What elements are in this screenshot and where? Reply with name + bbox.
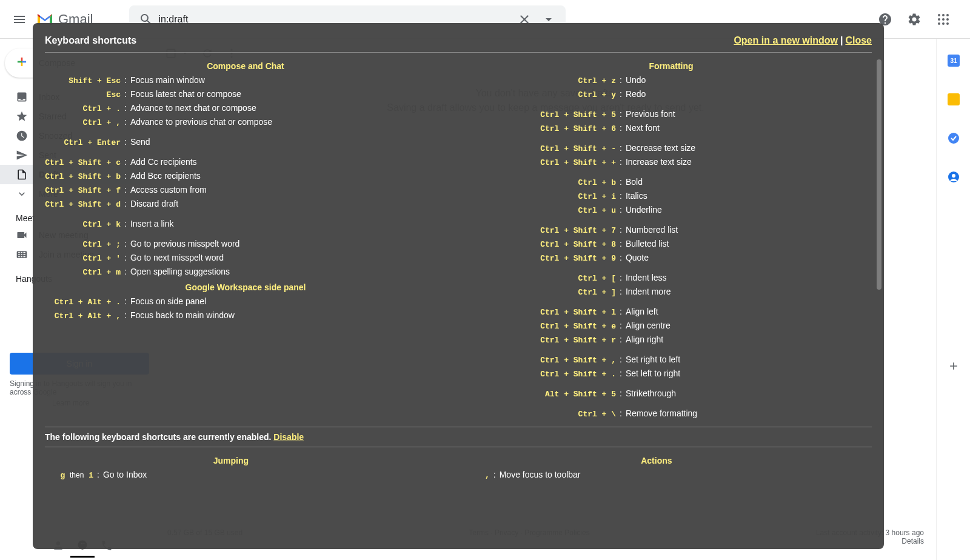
shortcut-row: Ctrl + Shift + -:Decrease text size <box>470 141 872 155</box>
shortcut-desc: Insert a link <box>130 218 174 230</box>
shortcut-row: Ctrl + i:Italics <box>470 189 872 203</box>
calendar-app-button[interactable]: 31 <box>942 48 966 73</box>
star-icon <box>16 110 28 122</box>
disable-link[interactable]: Disable <box>273 432 304 442</box>
shortcut-desc: Set right to left <box>626 353 680 365</box>
shortcut-row: Ctrl + ]:Indent more <box>470 285 872 299</box>
shortcut-desc: Numbered list <box>626 224 678 236</box>
shortcut-keys: Ctrl + [ <box>470 273 616 285</box>
shortcut-desc: Move focus to toolbar <box>500 468 581 481</box>
contacts-app-button[interactable] <box>942 165 966 189</box>
shortcut-row: Ctrl + Shift + b:Add Bcc recipients <box>45 169 446 183</box>
shortcut-row: Ctrl + [:Indent less <box>470 271 872 285</box>
shortcut-desc: Redo <box>626 88 646 100</box>
shortcut-keys: Ctrl + i <box>470 191 616 203</box>
svg-text:31: 31 <box>950 58 957 64</box>
shortcut-row: Ctrl + m:Open spelling suggestions <box>45 265 446 279</box>
down-icon <box>16 188 28 200</box>
side-panel: 31 <box>936 39 970 560</box>
apps-button[interactable] <box>931 7 955 32</box>
svg-point-16 <box>948 133 959 144</box>
shortcut-keys: Ctrl + Shift + 7 <box>470 225 616 237</box>
tasks-app-button[interactable] <box>942 126 966 150</box>
shortcut-keys: Ctrl + k <box>45 219 121 231</box>
shortcut-row: Ctrl + Alt + .:Focus on side panel <box>45 295 446 308</box>
svg-point-2 <box>946 14 949 16</box>
shortcut-keys: Ctrl + Shift + f <box>45 185 121 197</box>
shortcut-keys: Ctrl + b <box>470 177 616 189</box>
shortcut-row: Ctrl + Shift + e:Align centre <box>470 319 872 333</box>
shortcut-row: Ctrl + y:Redo <box>470 87 872 101</box>
shortcut-row: Ctrl + u:Underline <box>470 203 872 217</box>
shortcut-row: ,:Move focus to toolbar <box>441 468 872 482</box>
shortcut-desc: Previous font <box>626 108 675 120</box>
add-addon-button[interactable] <box>942 354 966 378</box>
shortcut-keys: Ctrl + Shift + , <box>470 355 616 367</box>
shortcut-keys: Ctrl + Shift + 9 <box>470 253 616 265</box>
shortcut-desc: Align left <box>626 305 658 318</box>
apps-icon <box>936 12 951 27</box>
shortcut-desc: Advance to previous chat or compose <box>130 116 272 128</box>
header-right <box>873 7 965 32</box>
shortcut-row: Ctrl + Enter:Send <box>45 135 446 149</box>
shortcut-row: Ctrl + Shift + .:Set left to right <box>470 367 872 381</box>
shortcut-row: Shift + Esc:Focus main window <box>45 73 446 87</box>
shortcut-desc: Next font <box>626 122 660 134</box>
shortcut-keys: Ctrl + z <box>470 75 616 87</box>
shortcut-desc: Indent less <box>626 272 667 284</box>
contacts-icon <box>948 171 960 183</box>
shortcut-keys: Ctrl + Alt + , <box>45 310 121 322</box>
shortcut-row: Ctrl + \:Remove formatting <box>470 407 872 421</box>
shortcut-desc: Underline <box>626 204 662 216</box>
shortcut-row: Ctrl + Shift + 9:Quote <box>470 251 872 265</box>
shortcut-keys: Ctrl + Shift + b <box>45 171 121 183</box>
shortcut-keys: Ctrl + y <box>470 89 616 101</box>
shortcut-desc: Advance to next chat or compose <box>130 102 256 114</box>
section-title-actions: Actions <box>441 456 872 465</box>
shortcut-row: Ctrl + Shift + r:Align right <box>470 333 872 347</box>
shortcuts-col-actions: Actions ,:Move focus to toolbar <box>441 452 872 482</box>
enable-bar: The following keyboard shortcuts are cur… <box>45 427 872 447</box>
shortcut-keys: Ctrl + ] <box>470 287 616 299</box>
svg-point-4 <box>942 18 945 21</box>
shortcut-row: Ctrl + Shift + 7:Numbered list <box>470 223 872 237</box>
shortcut-keys: Ctrl + Shift + r <box>470 335 616 347</box>
gear-icon <box>907 12 921 27</box>
shortcut-keys: Ctrl + Enter <box>45 137 121 149</box>
shortcut-row: Ctrl + b:Bold <box>470 175 872 189</box>
shortcut-desc: Bold <box>626 176 643 188</box>
shortcut-row: Ctrl + k:Insert a link <box>45 217 446 231</box>
shortcut-desc: Add Bcc recipients <box>130 170 201 182</box>
shortcut-keys: Ctrl + Shift + c <box>45 157 121 169</box>
shortcut-row: Ctrl + Shift + 6:Next font <box>470 121 872 135</box>
shortcut-desc: Open spelling suggestions <box>130 265 230 278</box>
shortcut-desc: Bulleted list <box>626 238 669 250</box>
inbox-icon <box>16 91 28 103</box>
shortcut-keys: Ctrl + Shift + 5 <box>470 109 616 121</box>
shortcut-keys: Ctrl + Shift + l <box>470 307 616 319</box>
shortcut-keys: Ctrl + Shift + . <box>470 368 616 381</box>
shortcut-row: Ctrl + Shift + d:Discard draft <box>45 197 446 211</box>
settings-button[interactable] <box>902 7 926 32</box>
close-link[interactable]: Close <box>845 35 872 45</box>
shortcut-desc: Indent more <box>626 285 671 298</box>
shortcut-desc: Access custom from <box>130 184 207 196</box>
shortcuts-col-right: Formatting Ctrl + z:UndoCtrl + y:RedoCtr… <box>470 58 872 421</box>
svg-point-6 <box>938 22 940 25</box>
shortcuts-col-left: Compose and Chat Shift + Esc:Focus main … <box>45 58 446 421</box>
open-new-window-link[interactable]: Open in a new window <box>734 35 838 45</box>
menu-button[interactable] <box>5 5 34 34</box>
keep-app-button[interactable] <box>942 87 966 112</box>
svg-point-1 <box>942 14 945 16</box>
scrollbar[interactable] <box>877 59 881 290</box>
shortcut-keys: Ctrl + \ <box>470 408 616 421</box>
shortcut-keys: Ctrl + ; <box>45 239 121 251</box>
shortcut-desc: Add Cc recipients <box>130 156 197 168</box>
shortcut-desc: Focus main window <box>130 74 205 86</box>
shortcut-desc: Go to next misspelt word <box>130 252 224 264</box>
svg-point-18 <box>952 174 955 178</box>
shortcut-keys: Ctrl + Shift + - <box>470 143 616 155</box>
shortcut-keys: Ctrl + Shift + 6 <box>470 123 616 135</box>
shortcut-desc: Quote <box>626 252 649 264</box>
shortcut-row: Ctrl + Shift + ,:Set right to left <box>470 353 872 367</box>
